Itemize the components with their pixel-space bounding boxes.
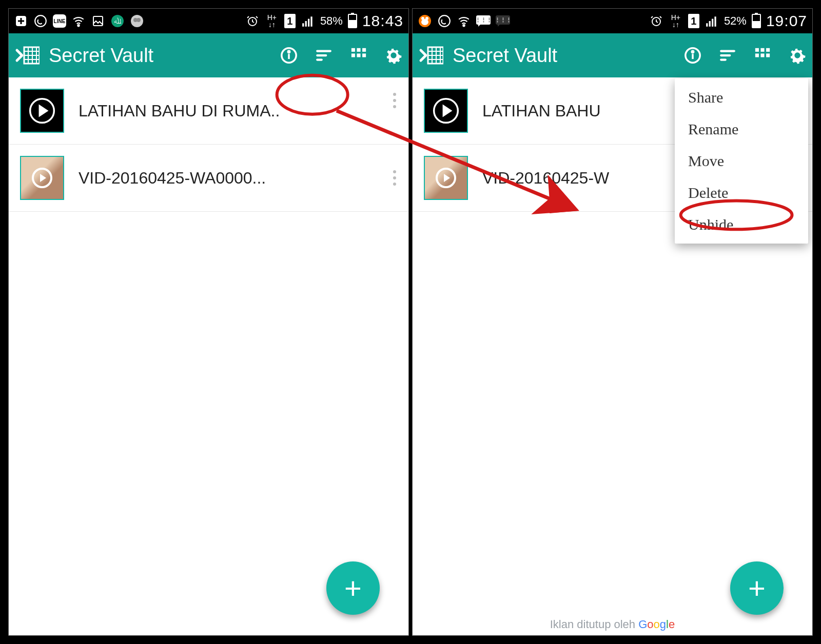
uc-browser-icon bbox=[418, 14, 432, 28]
sort-icon[interactable] bbox=[315, 47, 333, 64]
battery-percent: 58% bbox=[320, 14, 343, 28]
svg-rect-63 bbox=[755, 48, 759, 52]
svg-rect-47 bbox=[709, 21, 710, 27]
svg-rect-28 bbox=[357, 48, 360, 52]
sim-icon: 1 bbox=[284, 14, 296, 28]
back-button[interactable] bbox=[15, 44, 40, 67]
menu-rename[interactable]: Rename bbox=[675, 113, 808, 145]
wifi-icon bbox=[71, 14, 86, 28]
more-menu-button[interactable] bbox=[388, 88, 398, 113]
svg-point-37 bbox=[421, 17, 424, 20]
bbm-icon: ⋮⋮⋮ bbox=[476, 14, 491, 28]
grid-icon[interactable] bbox=[754, 47, 771, 64]
video-thumbnail bbox=[424, 89, 468, 133]
data-icon: H+↓↑ bbox=[265, 14, 279, 28]
signal-icon bbox=[705, 14, 719, 28]
bbm-icon: ⋮⋮⋮ bbox=[496, 14, 510, 28]
battery-icon bbox=[752, 14, 761, 28]
svg-rect-13 bbox=[310, 16, 312, 27]
add-fab[interactable]: + bbox=[730, 561, 784, 615]
svg-rect-27 bbox=[351, 48, 355, 52]
svg-point-59 bbox=[692, 51, 693, 52]
svg-point-40 bbox=[463, 25, 464, 26]
svg-rect-32 bbox=[362, 53, 366, 57]
more-menu-button[interactable] bbox=[388, 165, 398, 191]
sim-icon: 1 bbox=[688, 14, 699, 28]
list-item[interactable]: LATIHAN BAHU DI RUMA.. bbox=[9, 77, 408, 145]
svg-rect-48 bbox=[712, 19, 713, 27]
status-bar: LINE ﷲ H+↓↑ 1 58% 18:43 bbox=[9, 9, 408, 33]
ad-closed-label: Iklan ditutup oleh Google bbox=[413, 618, 812, 631]
video-thumbnail bbox=[20, 89, 64, 133]
info-icon[interactable] bbox=[684, 47, 701, 64]
svg-point-23 bbox=[288, 51, 289, 52]
back-button[interactable] bbox=[419, 44, 443, 67]
new-badge-icon bbox=[14, 14, 28, 28]
phone-screenshot-right: ⋮⋮⋮ ⋮⋮⋮ H+↓↑ 1 52% 19:07 Secret Vault bbox=[412, 8, 813, 636]
line-icon: LINE bbox=[53, 14, 66, 28]
menu-delete[interactable]: Delete bbox=[675, 177, 808, 209]
svg-point-8 bbox=[136, 18, 141, 22]
menu-unhide[interactable]: Unhide bbox=[675, 209, 808, 240]
image-icon bbox=[91, 14, 105, 28]
menu-share[interactable]: Share bbox=[675, 82, 808, 113]
app-toolbar: Secret Vault bbox=[9, 33, 408, 77]
svg-rect-3 bbox=[93, 16, 103, 26]
svg-rect-31 bbox=[357, 53, 360, 57]
app-toolbar: Secret Vault bbox=[413, 33, 812, 77]
svg-text:⋮⋮⋮: ⋮⋮⋮ bbox=[496, 17, 510, 23]
grid-icon[interactable] bbox=[350, 47, 367, 64]
sort-icon[interactable] bbox=[719, 47, 736, 64]
toolbar-title: Secret Vault bbox=[49, 45, 280, 67]
svg-rect-29 bbox=[362, 48, 366, 52]
svg-rect-65 bbox=[766, 48, 770, 52]
elephant-icon bbox=[130, 14, 144, 28]
whatsapp-icon bbox=[33, 14, 48, 28]
svg-text:ﷲ: ﷲ bbox=[114, 17, 122, 25]
svg-point-38 bbox=[425, 17, 428, 20]
svg-rect-68 bbox=[766, 53, 770, 57]
svg-rect-49 bbox=[714, 16, 716, 27]
svg-point-39 bbox=[439, 15, 450, 27]
context-menu: Share Rename Move Delete Unhide bbox=[675, 78, 808, 244]
clock: 18:43 bbox=[362, 12, 403, 30]
status-bar: ⋮⋮⋮ ⋮⋮⋮ H+↓↑ 1 52% 19:07 bbox=[413, 9, 812, 33]
gear-icon[interactable] bbox=[385, 47, 402, 64]
info-icon[interactable] bbox=[280, 47, 298, 64]
video-thumbnail bbox=[20, 156, 64, 200]
toolbar-title: Secret Vault bbox=[453, 45, 684, 67]
svg-point-2 bbox=[77, 25, 79, 26]
alarm-icon bbox=[245, 14, 260, 28]
battery-percent: 52% bbox=[724, 14, 747, 28]
data-icon: H+↓↑ bbox=[669, 14, 683, 28]
svg-rect-66 bbox=[755, 53, 759, 57]
list-item[interactable]: VID-20160425-WA0000... bbox=[9, 145, 408, 212]
clock: 19:07 bbox=[766, 12, 807, 30]
add-fab[interactable]: + bbox=[326, 561, 380, 615]
phone-screenshot-left: LINE ﷲ H+↓↑ 1 58% 18:43 Secret Vault bbox=[8, 8, 409, 636]
svg-rect-46 bbox=[706, 23, 708, 27]
svg-rect-30 bbox=[351, 53, 355, 57]
file-name: VID-20160425-WA0000... bbox=[79, 169, 397, 188]
battery-icon bbox=[348, 14, 357, 28]
whatsapp-icon bbox=[437, 14, 452, 28]
svg-rect-10 bbox=[302, 23, 304, 27]
app-badge-icon: ﷲ bbox=[110, 14, 125, 28]
file-name: LATIHAN BAHU DI RUMA.. bbox=[79, 102, 397, 120]
svg-rect-11 bbox=[305, 21, 306, 27]
signal-icon bbox=[301, 14, 315, 28]
svg-point-1 bbox=[35, 15, 46, 27]
video-thumbnail bbox=[424, 156, 468, 200]
alarm-icon bbox=[649, 14, 663, 28]
svg-rect-67 bbox=[760, 53, 764, 57]
wifi-icon bbox=[457, 14, 471, 28]
svg-rect-12 bbox=[308, 19, 309, 27]
svg-text:⋮⋮⋮: ⋮⋮⋮ bbox=[476, 17, 491, 23]
menu-move[interactable]: Move bbox=[675, 145, 808, 177]
gear-icon[interactable] bbox=[789, 47, 806, 64]
svg-rect-64 bbox=[760, 48, 764, 52]
file-list: LATIHAN BAHU DI RUMA.. VID-20160425-WA00… bbox=[9, 77, 408, 212]
